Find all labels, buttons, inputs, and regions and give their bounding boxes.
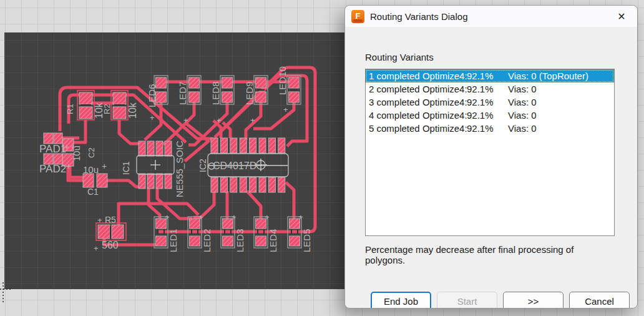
silkscreen-label: NE555_SOIC <box>174 141 185 197</box>
ic-pad[interactable] <box>268 177 275 192</box>
silkscreen-label: R1 <box>66 104 75 114</box>
cancel-button[interactable]: Cancel <box>569 292 630 309</box>
silkscreen-label: + <box>150 113 155 122</box>
silkscreen-label: + <box>217 116 222 125</box>
variant-row[interactable]: 5 completed Optimize4:92.1%Vias: 0 <box>366 122 614 135</box>
resistor-pad[interactable] <box>113 92 126 104</box>
led-pad[interactable] <box>289 92 300 102</box>
led-pad[interactable] <box>222 92 233 102</box>
silkscreen-label: 560 <box>102 240 119 250</box>
silkscreen-label: + <box>102 161 107 171</box>
ic-pad[interactable] <box>220 177 227 192</box>
silkscreen-label: 10k <box>127 102 138 119</box>
silkscreen-label: LED10 <box>277 66 288 95</box>
silkscreen-label: R5 <box>105 215 116 225</box>
ic-pad[interactable] <box>240 177 246 192</box>
resistor-pad[interactable] <box>79 92 92 104</box>
silkscreen-label: IC2 <box>198 159 208 172</box>
variant-row[interactable]: 3 completed Optimize4:92.1%Vias: 0 <box>366 96 614 109</box>
silkscreen-label: LED8 <box>210 81 221 105</box>
fusion-app-icon: F <box>351 10 364 23</box>
silkscreen-label: C2 <box>87 147 96 158</box>
silkscreen-label: LED4 <box>268 229 278 252</box>
led-pad[interactable] <box>189 92 200 102</box>
led-pad[interactable] <box>290 236 300 246</box>
silkscreen-label: LED1 <box>168 229 178 252</box>
ic-pad[interactable] <box>147 174 154 189</box>
silkscreen-label: + <box>250 116 255 125</box>
application-window: R110kR210kLED6LED7LED8LED9LED10+++++LED1… <box>0 0 644 316</box>
led-pad[interactable] <box>256 236 266 246</box>
ic-pad[interactable] <box>156 174 163 189</box>
ic-pad[interactable] <box>220 138 227 153</box>
silkscreen-label: LED7 <box>177 81 188 105</box>
silkscreen-label: + <box>66 161 71 171</box>
ic-pad[interactable] <box>211 138 218 153</box>
ic-pad[interactable] <box>139 174 145 189</box>
silkscreen-label: 10u <box>83 164 99 175</box>
resistor-pad[interactable] <box>113 107 126 119</box>
ic-pad[interactable] <box>156 141 163 156</box>
led-pad[interactable] <box>256 92 266 102</box>
through-pad[interactable] <box>54 133 62 144</box>
step-forward-button[interactable]: >> <box>503 292 564 309</box>
through-pad[interactable] <box>44 133 53 144</box>
ic-pad[interactable] <box>250 177 256 192</box>
ic-pad[interactable] <box>259 177 266 192</box>
silkscreen-label: LED9 <box>244 81 255 105</box>
resistor-pad[interactable] <box>98 225 110 239</box>
silkscreen-label: LED3 <box>235 229 245 252</box>
end-job-button[interactable]: End Job <box>371 292 431 309</box>
silkscreen-label: LED2 <box>202 229 212 252</box>
led-pad[interactable] <box>222 77 233 88</box>
variant-row[interactable]: 1 completed Optimize4:92.1%Vias: 0 (TopR… <box>366 69 614 82</box>
silkscreen-label: + <box>265 212 270 222</box>
silkscreen-label: PAD1 <box>39 143 66 155</box>
ic-pad[interactable] <box>165 141 172 156</box>
dialog-body: Routing Variants 1 completed Optimize4:9… <box>345 27 637 309</box>
ic-pad[interactable] <box>278 177 285 192</box>
ic-pad[interactable] <box>230 138 237 153</box>
led-pad[interactable] <box>156 236 167 246</box>
led-pad[interactable] <box>156 77 167 88</box>
resistor-pad[interactable] <box>79 107 92 119</box>
variant-row[interactable]: 4 completed Optimize4:92.1%Vias: 0 <box>366 109 614 122</box>
led-pad[interactable] <box>190 236 200 246</box>
led-pad[interactable] <box>223 236 233 246</box>
dialog-titlebar[interactable]: F Routing Variants Dialog ✕ <box>345 6 637 27</box>
ic-pad[interactable] <box>147 141 154 156</box>
led-pad[interactable] <box>256 77 266 88</box>
silkscreen-label: + <box>165 212 170 222</box>
silkscreen-label: PAD2 <box>39 163 66 175</box>
silkscreen-label: 10u <box>71 146 82 161</box>
silkscreen-label: + <box>198 212 203 222</box>
cap-pad[interactable] <box>83 174 94 187</box>
silkscreen-label: + <box>97 215 102 225</box>
silkscreen-label: IC1 <box>121 161 131 175</box>
close-button[interactable]: ✕ <box>612 11 631 22</box>
ic-pad[interactable] <box>139 141 145 156</box>
ic-pad[interactable] <box>211 177 218 192</box>
silkscreen-label: C1 <box>87 187 99 197</box>
led-pad[interactable] <box>156 92 167 102</box>
ic-pad[interactable] <box>250 138 256 153</box>
resistor-pad[interactable] <box>112 225 124 239</box>
ic-pad[interactable] <box>230 177 237 192</box>
start-button[interactable]: Start <box>437 292 497 309</box>
ic-pad[interactable] <box>278 138 285 153</box>
ic-pad[interactable] <box>259 138 266 153</box>
led-pad[interactable] <box>189 77 200 88</box>
routing-variants-listbox[interactable]: 1 completed Optimize4:92.1%Vias: 0 (TopR… <box>365 69 615 236</box>
ic-pad[interactable] <box>240 138 246 153</box>
silkscreen-label: LED6 <box>147 84 157 107</box>
silkscreen-label: R2 <box>102 104 112 114</box>
ic-pad[interactable] <box>268 138 275 153</box>
ic-pad[interactable] <box>165 174 172 189</box>
silkscreen-label: + <box>298 212 303 222</box>
silkscreen-label: CD4017D <box>213 160 256 171</box>
silkscreen-label: + <box>94 244 99 253</box>
variant-row[interactable]: 2 completed Optimize4:92.1%Vias: 0 <box>366 82 614 96</box>
cap-pad[interactable] <box>97 174 107 187</box>
led-pad[interactable] <box>289 77 300 88</box>
silkscreen-label: + <box>232 212 237 222</box>
